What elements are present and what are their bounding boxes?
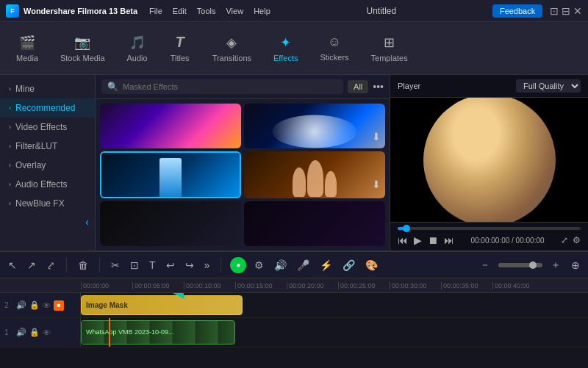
skip-frames-button[interactable]: »	[202, 257, 212, 273]
select-tool-button[interactable]: ↖	[6, 257, 19, 273]
newblue-label: NewBlue FX	[15, 198, 65, 209]
menu-tools[interactable]: Tools	[197, 7, 216, 15]
effect-card-dark2[interactable]	[244, 201, 385, 246]
track-1-content[interactable]: WhatsApp VMB 2023-10-09...	[81, 318, 588, 347]
menu-view[interactable]: View	[226, 7, 243, 15]
undo-button[interactable]: ↩	[164, 257, 177, 273]
video-clip[interactable]: WhatsApp VMB 2023-10-09...	[81, 320, 235, 344]
menu-file[interactable]: File	[149, 7, 162, 15]
mic-button[interactable]: 🎤	[295, 257, 312, 273]
ripple-tool-button[interactable]: ⤤	[44, 257, 57, 273]
track-2-lock-btn[interactable]: 🔒	[29, 300, 40, 310]
panel-collapse[interactable]: ‹	[0, 213, 95, 231]
progress-bar[interactable]	[398, 227, 581, 230]
app-logo: F Wondershare Filmora 13 Beta	[6, 4, 137, 18]
redo-button[interactable]: ↪	[183, 257, 196, 273]
panel-filter-lut[interactable]: › Filter&LUT	[0, 137, 95, 156]
speed-button[interactable]: ⚡	[318, 257, 334, 273]
audio-effects-label: Audio Effects	[15, 179, 68, 190]
collapse-icon[interactable]: ‹	[85, 216, 89, 228]
feedback-button[interactable]: Feedback	[492, 4, 542, 18]
tool-audio[interactable]: 🎵 Audio	[117, 30, 158, 67]
colorize-button[interactable]: 🎨	[363, 257, 380, 273]
menu-bar: F Wondershare Filmora 13 Beta File Edit …	[0, 0, 588, 22]
fullscreen-button[interactable]: ⤢	[561, 235, 568, 245]
zoom-slider[interactable]	[498, 263, 542, 267]
titles-icon: T	[176, 34, 184, 51]
download-icon: ⬇	[372, 131, 381, 142]
snap-button[interactable]: ⚙	[252, 257, 266, 273]
progress-dot	[403, 225, 410, 232]
toolbar-separator-2	[99, 258, 100, 273]
project-title: Untitled	[282, 6, 481, 16]
track-2-icon: ■	[57, 302, 61, 309]
menu-edit[interactable]: Edit	[173, 7, 187, 15]
skip-back-button[interactable]: ⏮	[398, 234, 408, 246]
effect-card-audio-visualizer[interactable]: Audio Visualizer Glow	[100, 104, 241, 148]
stop-button[interactable]: ⏹	[428, 234, 438, 246]
panel-newblue-fx[interactable]: › NewBlue FX	[0, 194, 95, 213]
track-2-num: 2	[4, 301, 13, 309]
player-video	[390, 98, 588, 222]
search-box[interactable]: 🔍	[101, 79, 343, 94]
tool-titles[interactable]: T Titles	[159, 29, 201, 67]
track-2-audio-btn[interactable]: 🔊	[16, 300, 26, 310]
track-1-audio-btn[interactable]: 🔊	[16, 328, 26, 337]
effect-card-dark1[interactable]	[100, 201, 241, 246]
skip-forward-button[interactable]: ⏭	[444, 234, 454, 246]
ruler-ticks: 00:00:00 00:00:05:00 00:00:10:00 00:00:1…	[81, 282, 544, 289]
split-button[interactable]: ✂	[109, 257, 122, 273]
video-effects-label: Video Effects	[15, 122, 67, 132]
audio-sync-button[interactable]: 🔊	[272, 257, 289, 273]
people-shapes	[293, 160, 337, 197]
tool-templates[interactable]: ⊞ Templates	[361, 30, 418, 67]
effect-card-warm-family[interactable]: ⬇ Warm Family 01	[244, 151, 385, 199]
lighthouse-shape	[159, 158, 182, 198]
more-options-button[interactable]: •••	[373, 81, 384, 93]
effect-card-image-mask[interactable]: Image Mask	[100, 151, 241, 199]
video-clip-label: WhatsApp VMB 2023-10-09...	[86, 328, 174, 336]
effect-card-light-effect[interactable]: ⬇ Light Effect 18	[244, 104, 385, 148]
left-panel: › Mine › Recommended › Video Effects › F…	[0, 75, 96, 250]
crop-button[interactable]: ⊡	[128, 257, 141, 273]
video-effects-chevron: ›	[9, 123, 11, 131]
image-mask-clip[interactable]: Image Mask	[81, 295, 243, 314]
zoom-out-button[interactable]: －	[478, 256, 492, 274]
tool-transitions[interactable]: ◈ Transitions	[202, 30, 262, 67]
track-2-type-icon: ■	[54, 300, 64, 311]
panel-video-effects[interactable]: › Video Effects	[0, 118, 95, 137]
menu-help[interactable]: Help	[254, 7, 270, 15]
panel-mine[interactable]: › Mine	[0, 79, 95, 98]
playback-buttons: ⏮ ▶ ⏹ ⏭	[398, 234, 454, 246]
record-button[interactable]: ●	[230, 257, 246, 273]
link-button[interactable]: 🔗	[340, 257, 357, 273]
total-time: / 00:00:00	[512, 237, 544, 245]
panel-overlay[interactable]: › Overlay	[0, 156, 95, 175]
all-filter-button[interactable]: All	[348, 80, 368, 93]
dark1-thumb	[100, 201, 241, 246]
panel-audio-effects[interactable]: › Audio Effects	[0, 175, 95, 194]
effects-grid: Audio Visualizer Glow ⬇ Light Effect 18 …	[96, 99, 390, 250]
settings-button[interactable]: ⚙	[573, 235, 581, 245]
zoom-in-button[interactable]: ＋	[548, 256, 563, 274]
track-2-content[interactable]: Image Mask	[81, 293, 588, 317]
track-2-eye-btn[interactable]: 👁	[43, 301, 51, 310]
player-label: Player	[398, 82, 420, 90]
tool-effects[interactable]: ✦ Effects	[263, 30, 308, 67]
track-2: 2 🔊 🔒 👁 ■ Image Mask	[0, 293, 588, 318]
track-1-lock-btn[interactable]: 🔒	[29, 328, 40, 337]
app-name: Wondershare Filmora 13 Beta	[24, 7, 137, 15]
tool-stickers[interactable]: ☺ Stickers	[309, 30, 359, 66]
add-track-button[interactable]: ⊕	[569, 257, 582, 273]
tool-stock-media[interactable]: 📷 Stock Media	[50, 30, 115, 67]
search-input[interactable]	[123, 82, 337, 91]
play-button[interactable]: ▶	[414, 234, 422, 246]
delete-button[interactable]: 🗑	[76, 257, 90, 273]
tool-media[interactable]: 🎬 Media	[6, 30, 49, 67]
arrow-tool-button[interactable]: ↗	[25, 257, 38, 273]
track-1-eye-btn[interactable]: 👁	[43, 328, 51, 337]
text-button[interactable]: T	[147, 257, 158, 273]
tick-5: 00:00:05:00	[132, 282, 184, 289]
quality-select[interactable]: Full Quality	[516, 79, 581, 93]
panel-recommended[interactable]: › Recommended	[0, 98, 95, 118]
